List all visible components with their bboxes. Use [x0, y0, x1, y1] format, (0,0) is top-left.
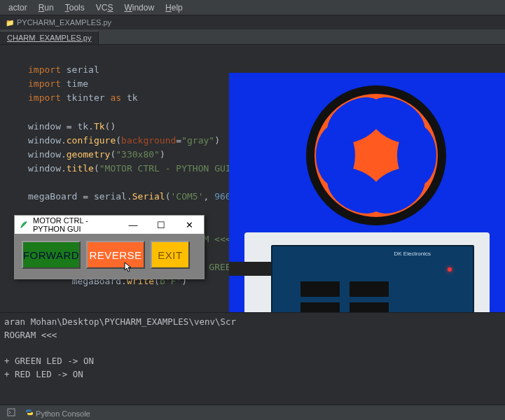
python-console-label: Python Console [36, 410, 90, 418]
python-console-tool[interactable]: Python Console [25, 408, 90, 418]
red-led-icon [448, 267, 452, 272]
tkinter-window: MOTOR CTRL - PYTHON GUI — ☐ ✕ FORWARD RE… [14, 215, 205, 279]
menu-item-actor[interactable]: actor [4, 1, 32, 14]
forward-button[interactable]: FORWARD [22, 241, 81, 269]
motor-wheel [306, 85, 446, 225]
menu-item-vcs[interactable]: VCS [92, 1, 118, 14]
terminal-tool-icon[interactable] [7, 408, 15, 418]
console-line: + RED LED -> ON [4, 369, 83, 379]
tkinter-titlebar[interactable]: MOTOR CTRL - PYTHON GUI — ☐ ✕ [15, 216, 204, 234]
feather-icon [19, 220, 29, 230]
menu-item-run[interactable]: Run [34, 1, 58, 14]
tkinter-body: FORWARD REVERSE EXIT [15, 234, 204, 276]
close-button[interactable]: ✕ [177, 220, 201, 230]
menu-item-window[interactable]: Window [120, 1, 158, 14]
editor-tab-bar: CHARM_EXAMPLES.py [0, 29, 505, 45]
menu-item-help[interactable]: Help [161, 1, 187, 14]
reverse-button[interactable]: REVERSE [86, 241, 145, 269]
console-line: aran Mohan\Desktop\PYCHARM_EXAMPLES\venv… [4, 316, 236, 327]
minimize-button[interactable]: — [121, 220, 145, 230]
console-line: ROGRAM <<< [4, 330, 57, 340]
tkinter-title: MOTOR CTRL - PYTHON GUI [33, 216, 117, 233]
menu-item-tools[interactable]: Tools [61, 1, 89, 14]
maximize-button[interactable]: ☐ [149, 220, 173, 230]
breadcrumb: PYCHARM_EXAMPLES.py [0, 15, 505, 29]
console-line: + GREEN LED -> ON [4, 356, 94, 366]
board-label: DK Electronics [394, 251, 431, 257]
breadcrumb-file[interactable]: PYCHARM_EXAMPLES.py [6, 18, 111, 27]
status-bar: Python Console [0, 405, 505, 420]
usb-cable [229, 262, 271, 276]
svg-rect-0 [8, 409, 15, 416]
cursor-icon [124, 262, 132, 273]
reverse-button-label: REVERSE [89, 249, 141, 261]
menu-bar: actor Run Tools VCS Window Help [0, 0, 505, 15]
run-console[interactable]: aran Mohan\Desktop\PYCHARM_EXAMPLES\venv… [0, 312, 505, 405]
exit-button[interactable]: EXIT [151, 241, 190, 269]
editor-tab[interactable]: CHARM_EXAMPLES.py [0, 31, 99, 44]
